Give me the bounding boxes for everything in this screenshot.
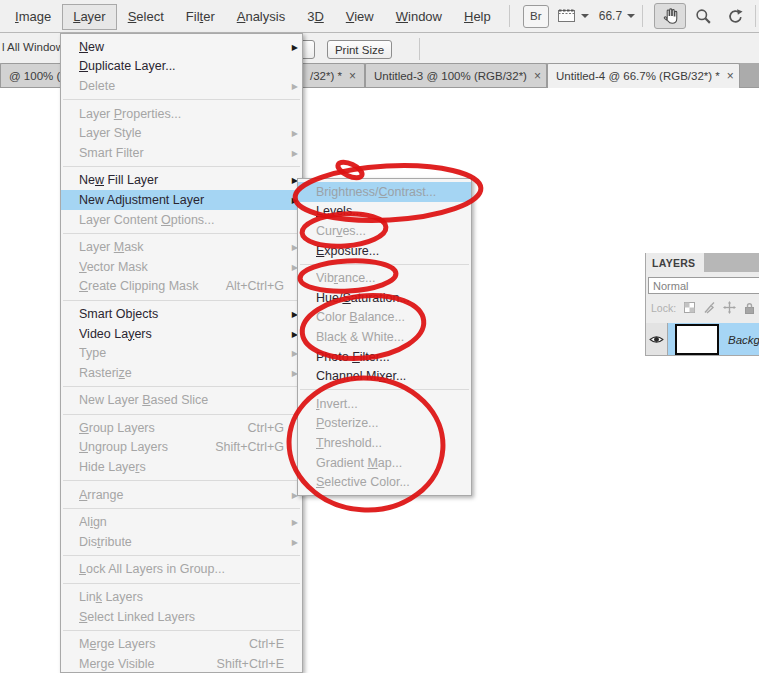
menu-item-smart-objects[interactable]: Smart Objects▶: [61, 304, 302, 324]
lock-row: Lock:: [651, 301, 755, 314]
menu-item-layer-mask[interactable]: Layer Mask▶: [61, 237, 302, 257]
menubar-item-filter[interactable]: Filter: [175, 4, 226, 30]
menubar-item-window[interactable]: Window: [385, 4, 453, 30]
view-extras-icon: [557, 8, 576, 24]
document-tab-untitled-3-100-rgb-32[interactable]: Untitled-3 @ 100% (RGB/32*)×: [365, 63, 547, 87]
menu-item-label: Photo Filter...: [316, 350, 455, 364]
menu-item-delete[interactable]: Delete▶: [61, 76, 302, 96]
menu-item-photo-filter[interactable]: Photo Filter...: [298, 347, 471, 367]
menu-item-invert[interactable]: Invert...: [298, 394, 471, 414]
rotate-view-button[interactable]: [720, 4, 748, 28]
menubar-item-select[interactable]: Select: [117, 4, 175, 30]
menu-item-group-layers[interactable]: Group LayersCtrl+G: [61, 418, 302, 438]
eye-icon: [649, 334, 664, 345]
menu-item-align[interactable]: Align▶: [61, 512, 302, 532]
menu-item-label: Smart Filter: [79, 146, 286, 160]
blend-mode-value: Normal: [653, 280, 688, 292]
menubar-item-analysis[interactable]: Analysis: [226, 4, 296, 30]
menu-item-brightness-contrast[interactable]: Brightness/Contrast...: [298, 182, 471, 202]
options-divider: [419, 38, 420, 60]
menu-item-select-linked-layers[interactable]: Select Linked Layers: [61, 607, 302, 627]
menu-item-arrange[interactable]: Arrange▶: [61, 485, 302, 505]
lock-all-icon[interactable]: [744, 302, 755, 314]
layer-thumbnail[interactable]: [675, 324, 719, 355]
menu-separator: [63, 583, 300, 584]
menu-item-smart-filter[interactable]: Smart Filter▶: [61, 143, 302, 163]
menu-item-posterize[interactable]: Posterize...: [298, 414, 471, 434]
menu-item-levels[interactable]: Levels...: [298, 202, 471, 222]
menu-item-threshold[interactable]: Threshold...: [298, 433, 471, 453]
menu-item-label: Gradient Map...: [316, 456, 455, 470]
menu-item-color-balance[interactable]: Color Balance...: [298, 308, 471, 328]
menu-item-label: Video Layers: [79, 327, 286, 341]
menu-separator: [63, 233, 300, 234]
menu-item-create-clipping-mask[interactable]: Create Clipping MaskAlt+Ctrl+G: [61, 277, 302, 297]
menu-item-new-layer-based-slice[interactable]: New Layer Based Slice: [61, 391, 302, 411]
tab-label: Untitled-3 @ 100% (RGB/32*): [374, 70, 527, 82]
menu-item-lock-all-layers-in-group[interactable]: Lock All Layers in Group...: [61, 560, 302, 580]
menu-separator: [63, 99, 300, 100]
menu-item-video-layers[interactable]: Video Layers▶: [61, 324, 302, 344]
lock-transparency-icon[interactable]: [684, 302, 695, 313]
menu-item-selective-color[interactable]: Selective Color...: [298, 472, 471, 492]
view-extras-button[interactable]: [557, 8, 589, 24]
menu-item-rasterize[interactable]: Rasterize▶: [61, 363, 302, 383]
menu-item-layer-content-options[interactable]: Layer Content Options...: [61, 210, 302, 230]
menubar-item-layer[interactable]: Layer: [62, 4, 117, 30]
menu-item-duplicate-layer[interactable]: Duplicate Layer...: [61, 57, 302, 77]
menu-item-exposure[interactable]: Exposure...: [298, 241, 471, 261]
menu-item-label: New: [79, 40, 286, 54]
menu-item-distribute[interactable]: Distribute▶: [61, 532, 302, 552]
blend-mode-select[interactable]: Normal: [648, 277, 759, 294]
menu-item-merge-visible[interactable]: Merge VisibleShift+Ctrl+E: [61, 654, 302, 673]
layer-selected-area[interactable]: Background: [668, 323, 759, 356]
zoom-level-dropdown[interactable]: 66.7: [599, 9, 635, 23]
menubar-item-help[interactable]: Help: [453, 4, 502, 30]
menu-item-black-white[interactable]: Black & White...: [298, 327, 471, 347]
menu-item-label: Layer Content Options...: [79, 213, 286, 227]
menu-item-layer-properties[interactable]: Layer Properties...: [61, 104, 302, 124]
layers-panel-tab[interactable]: LAYERS: [646, 253, 704, 272]
menu-item-curves[interactable]: Curves...: [298, 221, 471, 241]
menu-item-type[interactable]: Type▶: [61, 343, 302, 363]
menu-item-channel-mixer[interactable]: Channel Mixer...: [298, 366, 471, 386]
menu-item-label: Exposure...: [316, 244, 455, 258]
menu-item-label: Select Linked Layers: [79, 610, 286, 624]
tab-close-icon[interactable]: ×: [727, 69, 734, 83]
menu-item-hide-layers[interactable]: Hide Layers: [61, 457, 302, 477]
menu-item-new-fill-layer[interactable]: New Fill Layer▶: [61, 171, 302, 191]
document-tab-untitled-4-66-7-rgb-32[interactable]: Untitled-4 @ 66.7% (RGB/32*) *×: [547, 63, 740, 88]
menu-item-gradient-map[interactable]: Gradient Map...: [298, 453, 471, 473]
menubar-item-view[interactable]: View: [335, 4, 385, 30]
submenu-arrow-icon: ▶: [292, 81, 298, 90]
menu-item-shortcut: Ctrl+G: [248, 421, 284, 435]
lock-position-icon[interactable]: [723, 301, 736, 314]
toolbar-divider: [755, 5, 756, 27]
menu-item-label: Threshold...: [316, 436, 455, 450]
tab-close-icon[interactable]: ×: [534, 69, 541, 83]
tab-close-icon[interactable]: ×: [349, 69, 356, 83]
menu-item-vector-mask[interactable]: Vector Mask▶: [61, 257, 302, 277]
new-adjustment-layer-submenu: Brightness/Contrast...Levels...Curves...…: [297, 178, 472, 496]
menu-item-label: Vector Mask: [79, 260, 286, 274]
layer-visibility-cell[interactable]: [646, 323, 668, 356]
menubar-item-image[interactable]: Image: [4, 4, 62, 30]
menu-item-ungroup-layers[interactable]: Ungroup LayersShift+Ctrl+G: [61, 438, 302, 458]
menu-item-label: Layer Mask: [79, 240, 286, 254]
bridge-button[interactable]: Br: [523, 5, 549, 28]
menu-item-new-adjustment-layer[interactable]: New Adjustment Layer▶: [61, 190, 302, 210]
menu-item-hue-saturation[interactable]: Hue/Saturation...: [298, 288, 471, 308]
menubar-item-3d[interactable]: 3D: [296, 4, 335, 30]
lock-paint-icon[interactable]: [703, 302, 715, 314]
menu-item-merge-layers[interactable]: Merge LayersCtrl+E: [61, 634, 302, 654]
print-size-button[interactable]: Print Size: [327, 40, 392, 59]
layer-row-background[interactable]: Background: [646, 323, 759, 356]
hand-tool-button[interactable]: [654, 3, 686, 29]
menu-item-vibrance[interactable]: Vibrance...: [298, 268, 471, 288]
chevron-down-icon: [627, 14, 635, 18]
menu-item-new[interactable]: New▶: [61, 37, 302, 57]
zoom-tool-button[interactable]: [689, 4, 717, 28]
layers-panel: LAYERS Normal Lock:: [645, 253, 759, 356]
menu-item-link-layers[interactable]: Link Layers: [61, 587, 302, 607]
menu-item-layer-style[interactable]: Layer Style▶: [61, 123, 302, 143]
